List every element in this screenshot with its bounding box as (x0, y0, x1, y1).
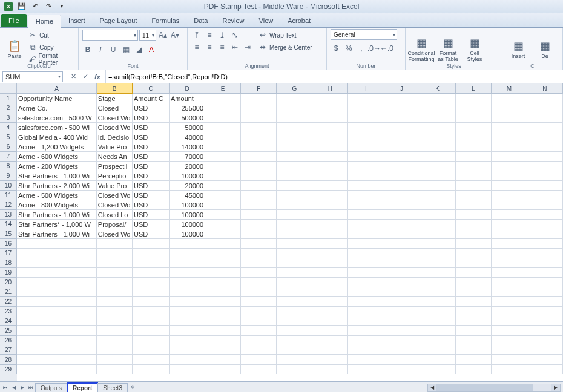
cell[interactable]: Closed Wo (97, 200, 133, 210)
cell[interactable] (527, 171, 563, 181)
cell[interactable] (277, 297, 312, 307)
cell[interactable]: Closed Lo (97, 210, 133, 220)
cell[interactable] (384, 258, 420, 268)
cell[interactable] (277, 345, 312, 355)
cell[interactable] (384, 103, 420, 113)
cell[interactable] (420, 249, 456, 258)
row-header[interactable]: 9 (0, 171, 17, 181)
cell[interactable] (205, 229, 241, 239)
cell[interactable] (97, 365, 133, 374)
cell[interactable] (312, 191, 348, 200)
italic-button[interactable]: I (95, 44, 106, 55)
cell[interactable] (527, 94, 563, 103)
bold-button[interactable]: B (82, 44, 93, 55)
cell[interactable] (348, 336, 384, 345)
cell[interactable] (277, 200, 312, 210)
row-header[interactable]: 19 (0, 268, 17, 278)
cell[interactable] (205, 316, 241, 326)
cell[interactable]: Opportunity Name (17, 94, 97, 103)
cell[interactable] (241, 355, 277, 365)
cell[interactable] (133, 258, 170, 268)
cell[interactable] (527, 123, 563, 132)
cell[interactable] (312, 249, 348, 258)
cell[interactable] (277, 365, 312, 374)
cell[interactable]: USD (133, 181, 170, 191)
hscroll-thumb[interactable] (436, 384, 533, 391)
cell[interactable]: Acme - 500 Widgets (17, 191, 97, 200)
cell[interactable] (456, 162, 492, 171)
cell[interactable] (348, 287, 384, 297)
percent-icon[interactable]: % (343, 43, 354, 54)
cell[interactable] (492, 239, 527, 249)
cell[interactable]: 100000 (170, 210, 205, 220)
cell[interactable] (241, 287, 277, 297)
cell[interactable]: Closed Wo (97, 191, 133, 200)
tab-file[interactable]: File (1, 14, 27, 27)
decrease-decimal-icon[interactable]: ←.0 (381, 43, 392, 54)
cell[interactable] (420, 345, 456, 355)
cell[interactable] (456, 239, 492, 249)
save-icon[interactable]: 💾 (16, 1, 28, 12)
cell[interactable] (527, 249, 563, 258)
cell[interactable] (456, 220, 492, 229)
cell[interactable] (348, 326, 384, 336)
cell[interactable] (97, 316, 133, 326)
decrease-indent-icon[interactable]: ⇤ (229, 42, 240, 53)
cell[interactable] (241, 278, 277, 287)
cell[interactable] (527, 297, 563, 307)
cell[interactable] (17, 287, 97, 297)
cell[interactable] (456, 132, 492, 142)
cell[interactable] (492, 162, 527, 171)
cell[interactable] (348, 171, 384, 181)
cell[interactable] (133, 355, 170, 365)
cell[interactable] (527, 191, 563, 200)
cell[interactable] (205, 142, 241, 152)
cell[interactable] (205, 249, 241, 258)
cells-grid[interactable]: Opportunity NameStageAmount CAmountAcme … (17, 94, 563, 381)
cell[interactable] (97, 297, 133, 307)
align-bottom-icon[interactable]: ⤓ (217, 30, 228, 41)
cell[interactable] (277, 142, 312, 152)
cell[interactable]: salesforce.com - 500 Wi (17, 123, 97, 132)
cell[interactable]: USD (133, 229, 170, 239)
cell[interactable] (312, 94, 348, 103)
cell[interactable] (241, 229, 277, 239)
cell[interactable]: USD (133, 132, 170, 142)
cell[interactable]: USD (133, 103, 170, 113)
cell[interactable] (277, 181, 312, 191)
cell[interactable] (17, 326, 97, 336)
row-header[interactable]: 7 (0, 152, 17, 162)
cell[interactable] (205, 103, 241, 113)
cell[interactable] (384, 113, 420, 123)
row-header[interactable]: 27 (0, 345, 17, 355)
cell[interactable] (348, 210, 384, 220)
cell[interactable] (241, 142, 277, 152)
cell[interactable] (205, 210, 241, 220)
cell[interactable] (420, 287, 456, 297)
horizontal-scrollbar[interactable]: ◀ ▶ (427, 384, 561, 392)
cell[interactable] (205, 171, 241, 181)
cell[interactable] (492, 326, 527, 336)
cell[interactable] (527, 142, 563, 152)
cell[interactable]: Prospectii (97, 162, 133, 171)
cell[interactable] (384, 326, 420, 336)
merge-center-button[interactable]: ⬌Merge & Center (258, 41, 312, 53)
cell[interactable] (97, 239, 133, 249)
row-header[interactable]: 8 (0, 162, 17, 171)
cell[interactable] (97, 355, 133, 365)
cell[interactable]: Stage (97, 94, 133, 103)
row-header[interactable]: 2 (0, 103, 17, 113)
cell[interactable] (277, 307, 312, 316)
cell[interactable] (205, 220, 241, 229)
cell[interactable] (420, 210, 456, 220)
cell[interactable] (384, 345, 420, 355)
row-header[interactable]: 29 (0, 365, 17, 374)
cell[interactable] (348, 307, 384, 316)
hscroll-right-icon[interactable]: ▶ (551, 384, 560, 391)
cell[interactable] (205, 307, 241, 316)
cell[interactable] (205, 123, 241, 132)
cell[interactable] (456, 345, 492, 355)
col-header-k[interactable]: K (420, 83, 456, 94)
font-color-button[interactable]: A (146, 44, 157, 55)
cell[interactable] (241, 249, 277, 258)
